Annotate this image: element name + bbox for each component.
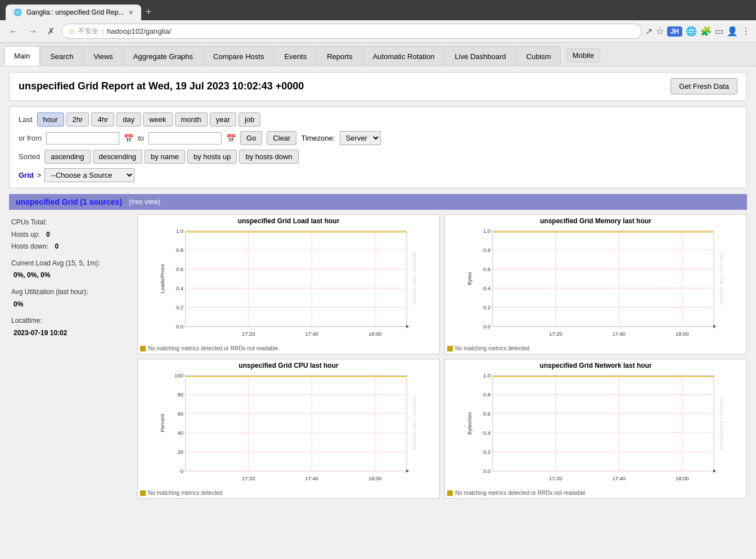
address-bar[interactable]: ⚠ 不安全 | hadoop102/ganglia/ [61, 24, 642, 39]
report-title: unspecified Grid Report at Wed, 19 Jul 2… [19, 80, 304, 92]
chart-svg-0: 1.00.80.60.40.20.017:2017:4018:00Loads/P… [140, 226, 437, 344]
bookmark-icon[interactable]: ☆ [656, 26, 664, 37]
main-content: unspecified Grid Report at Wed, 19 Jul 2… [0, 66, 756, 513]
time-btn-hour[interactable]: hour [37, 112, 64, 127]
sort-btn-ascending[interactable]: ascending [44, 150, 90, 164]
nav-item-events[interactable]: Events [274, 46, 316, 66]
chart-wrap-1[interactable]: 1.00.80.60.40.20.017:2017:4018:00BytesRR… [447, 226, 744, 344]
tree-view-link[interactable]: (tree view) [129, 198, 160, 206]
back-button[interactable]: ← [6, 25, 21, 38]
svg-rect-0 [185, 231, 407, 326]
avg-util-value: 0% [14, 300, 23, 308]
sort-btn-by-hosts-down[interactable]: by hosts down [239, 150, 298, 164]
hosts-down-label: Hosts down: [11, 242, 48, 250]
svg-text:0.0: 0.0 [483, 468, 490, 474]
source-select[interactable]: --Choose a Source [44, 168, 134, 182]
time-btn-4hr[interactable]: 4hr [91, 112, 114, 127]
extension-jh-icon[interactable]: JH [667, 26, 682, 37]
profile-icon[interactable]: 👤 [727, 26, 738, 37]
sort-btn-by-name[interactable]: by name [145, 150, 185, 164]
extensions-icon[interactable]: 🧩 [700, 26, 712, 37]
share-icon[interactable]: ↗ [645, 26, 652, 37]
svg-text:0.2: 0.2 [483, 304, 490, 310]
get-fresh-data-button[interactable]: Get Fresh Data [670, 78, 737, 94]
svg-text:0.4: 0.4 [176, 285, 183, 291]
nav-item-main[interactable]: Main [4, 46, 39, 66]
chart-wrap-0[interactable]: 1.00.80.60.40.20.017:2017:4018:00Loads/P… [140, 226, 437, 344]
chart-svg-2: 10080604020017:2017:4018:00PercentRRDTOO… [140, 371, 437, 489]
from-calendar-icon[interactable]: 📅 [124, 134, 133, 143]
to-date-input[interactable] [148, 132, 222, 145]
sort-btn-descending[interactable]: descending [93, 150, 143, 164]
timezone-label: Timezone: [301, 134, 335, 142]
sorted-label: Sorted [19, 152, 40, 161]
go-button[interactable]: Go [240, 131, 262, 145]
address-text[interactable]: hadoop102/ganglia/ [107, 27, 634, 35]
svg-text:0.4: 0.4 [483, 430, 490, 436]
svg-text:17:40: 17:40 [612, 475, 626, 481]
chart-2: unspecified Grid CPU last hour1008060402… [137, 359, 440, 499]
tab-close-button[interactable]: × [128, 8, 133, 17]
time-btn-day[interactable]: day [116, 112, 141, 127]
reload-button[interactable]: ✗ [44, 25, 58, 38]
nav-item-live-dashboard[interactable]: Live Dashboard [446, 46, 516, 66]
chart-note-2: No matching metrics detected [140, 490, 437, 496]
chart-svg-3: 1.00.80.60.40.20.017:2017:4018:00Bytes/s… [447, 371, 744, 489]
chart-wrap-3[interactable]: 1.00.80.60.40.20.017:2017:4018:00Bytes/s… [447, 371, 744, 489]
svg-text:0.8: 0.8 [483, 247, 490, 253]
sort-btn-by-hosts-up[interactable]: by hosts up [187, 150, 237, 164]
avg-util-label: Avg Utilization (last hour): [11, 286, 130, 299]
time-btn-2hr[interactable]: 2hr [66, 112, 89, 127]
svg-text:Loads/Procs: Loads/Procs [160, 264, 166, 294]
chart-note-box-3 [447, 490, 453, 496]
new-tab-button[interactable]: + [146, 6, 152, 18]
nav-item-views[interactable]: Views [84, 46, 122, 66]
hosts-up-row: Hosts up: 0 [11, 229, 130, 241]
time-btn-job[interactable]: job [238, 112, 260, 127]
time-btn-year[interactable]: year [210, 112, 236, 127]
nav-item-aggregate-graphs[interactable]: Aggregate Graphs [124, 46, 202, 66]
chart-title-2: unspecified Grid CPU last hour [140, 362, 437, 369]
svg-text:17:20: 17:20 [242, 475, 255, 481]
report-header: unspecified Grid Report at Wed, 19 Jul 2… [9, 72, 747, 101]
svg-marker-44 [713, 324, 716, 328]
svg-text:0.8: 0.8 [176, 247, 183, 253]
cpus-total-row: CPUs Total: [11, 217, 130, 229]
clear-button[interactable]: Clear [267, 131, 296, 145]
to-calendar-icon[interactable]: 📅 [226, 134, 236, 143]
from-date-input[interactable] [46, 132, 119, 145]
nav-item-search[interactable]: Search [40, 46, 83, 66]
controls-panel: Last hour2hr4hrdayweekmonthyearjob or fr… [9, 106, 747, 188]
sidebar-icon[interactable]: ▭ [715, 26, 723, 37]
grid-source-row: Grid > --Choose a Source [19, 168, 737, 182]
menu-icon[interactable]: ⋮ [741, 26, 750, 37]
time-btn-month[interactable]: month [175, 112, 208, 127]
time-btn-week[interactable]: week [143, 112, 172, 127]
nav-item-cubism[interactable]: Cubism [517, 46, 561, 66]
translate-icon[interactable]: 🌐 [686, 26, 697, 37]
timezone-select[interactable]: Server UTC Local [340, 131, 381, 145]
chart-note-text-0: No matching metrics detected or RRDs not… [148, 345, 278, 351]
chart-wrap-2[interactable]: 10080604020017:2017:4018:00PercentRRDTOO… [140, 371, 437, 489]
svg-text:RRDTOOL / TOBI OETIKER: RRDTOOL / TOBI OETIKER [719, 253, 724, 305]
svg-rect-23 [492, 231, 714, 326]
svg-text:18:00: 18:00 [676, 331, 689, 337]
svg-text:40: 40 [178, 430, 184, 436]
avg-util-section: Avg Utilization (last hour): 0% [11, 286, 130, 310]
svg-text:18:00: 18:00 [676, 475, 689, 481]
forward-button[interactable]: → [25, 25, 40, 38]
nav-item-reports[interactable]: Reports [317, 46, 362, 66]
svg-text:80: 80 [178, 391, 184, 398]
svg-text:60: 60 [178, 411, 184, 417]
grid-header-title: unspecified Grid (1 sources) [16, 197, 122, 206]
mobile-nav: Mobile [562, 46, 605, 66]
svg-text:0.6: 0.6 [483, 266, 490, 272]
main-navigation: MainSearchViewsAggregate GraphsCompare H… [0, 43, 756, 66]
mobile-nav-item[interactable]: Mobile [566, 48, 600, 62]
load-avg-label: Current Load Avg (15, 5, 1m): [11, 258, 130, 270]
load-avg-value: 0%, 0%, 0% [14, 271, 50, 279]
nav-item-automatic-rotation[interactable]: Automatic Rotation [363, 46, 444, 66]
nav-item-compare-hosts[interactable]: Compare Hosts [204, 46, 273, 66]
grid-link[interactable]: Grid [19, 171, 34, 179]
active-tab[interactable]: 🌐 Ganglia:: unspecified Grid Rep... × [6, 4, 141, 20]
